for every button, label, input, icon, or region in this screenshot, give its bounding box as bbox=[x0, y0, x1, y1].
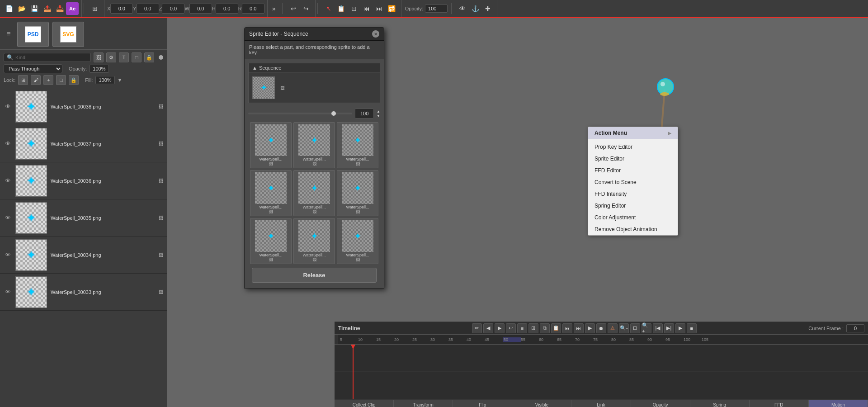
tl-edit-btn[interactable]: ✏ bbox=[472, 323, 482, 333]
slider-knob[interactable] bbox=[331, 111, 336, 116]
link-btn[interactable]: Link bbox=[571, 400, 631, 407]
cursor-icon[interactable]: ↖ bbox=[322, 2, 335, 15]
tl-stop-btn[interactable]: ■ bbox=[687, 323, 697, 333]
context-menu-item-ffd[interactable]: FFD Editor bbox=[588, 165, 678, 176]
playback-next-icon[interactable]: ⏭ bbox=[373, 2, 386, 15]
transform-btn[interactable]: Transform bbox=[394, 400, 453, 407]
layer-visibility-toggle[interactable]: 👁 bbox=[4, 214, 12, 222]
context-menu-item-prop-key[interactable]: Prop Key Editor bbox=[588, 141, 678, 153]
ffd-btn[interactable]: FFD bbox=[750, 400, 809, 407]
layer-item[interactable]: 👁 ✦ WaterSpell_00035.png 🖼 bbox=[0, 199, 167, 237]
layer-item[interactable]: 👁 ✦ WaterSpell_00034.png 🖼 bbox=[0, 237, 167, 274]
panel-icon-btn-3[interactable]: T bbox=[119, 52, 129, 62]
layer-visibility-toggle[interactable]: 👁 bbox=[4, 103, 12, 111]
context-menu-item-sprite[interactable]: Sprite Editor bbox=[588, 153, 678, 165]
context-menu-item-spring[interactable]: Spring Editor bbox=[588, 200, 678, 212]
tl-frame-fwd[interactable]: ▶| bbox=[664, 323, 674, 333]
sprite-cell[interactable]: ✦ WaterSpell... 🖼 bbox=[337, 122, 378, 168]
sprite-cell[interactable]: ✦ WaterSpell... 🖼 bbox=[293, 122, 335, 168]
tl-play2-btn[interactable]: ▶ bbox=[675, 323, 685, 333]
layer-visibility-toggle[interactable]: 👁 bbox=[4, 177, 12, 185]
flip-btn[interactable]: Flip bbox=[453, 400, 512, 407]
open-file-icon[interactable]: 📂 bbox=[15, 2, 28, 15]
context-menu-item-remove-anim[interactable]: Remove Object Animation bbox=[588, 223, 678, 235]
more-tools-icon[interactable]: » bbox=[268, 2, 280, 15]
lock-transform-btn[interactable]: + bbox=[43, 75, 53, 85]
tl-back-btn[interactable]: ↩ bbox=[506, 323, 516, 333]
panel-icon-btn-4[interactable]: □ bbox=[132, 52, 142, 62]
release-button[interactable]: Release bbox=[252, 268, 377, 283]
tl-paste-btn[interactable]: 📋 bbox=[551, 323, 561, 333]
undo-icon[interactable]: ↩ bbox=[287, 2, 300, 15]
export-icon[interactable]: 📤 bbox=[41, 2, 53, 15]
collapse-icon[interactable]: ▲ bbox=[252, 65, 257, 71]
anchor-icon[interactable]: ⚓ bbox=[469, 2, 481, 15]
save-icon[interactable]: 💾 bbox=[28, 2, 41, 15]
dialog-close-button[interactable]: ✕ bbox=[372, 30, 379, 38]
sprite-cell[interactable]: ✦ WaterSpell... 🖼 bbox=[250, 122, 292, 168]
playhead[interactable] bbox=[353, 345, 354, 399]
tl-list-btn[interactable]: ≡ bbox=[517, 323, 527, 333]
panel-icon-btn-2[interactable]: ⚙ bbox=[106, 52, 116, 62]
tl-zoom-in-btn[interactable]: 🔍+ bbox=[642, 323, 651, 333]
sprite-cell[interactable]: ✦ WaterSpell... 🖼 bbox=[293, 218, 335, 264]
copy-icon[interactable]: 📋 bbox=[335, 2, 348, 15]
psd-icon-box[interactable]: PSD bbox=[17, 22, 49, 47]
blend-mode-select[interactable]: Pass Through bbox=[4, 64, 62, 73]
tl-zoom-reset-btn[interactable]: ⊡ bbox=[630, 323, 640, 333]
layer-item[interactable]: 👁 ✦ WaterSpell_00038.png 🖼 bbox=[0, 88, 167, 125]
x-input[interactable] bbox=[110, 4, 133, 14]
lock-brush-btn[interactable]: 🖌 bbox=[31, 75, 41, 85]
tl-error-btn[interactable]: ⚠ bbox=[608, 323, 618, 333]
import-icon[interactable]: 📥 bbox=[53, 2, 66, 15]
slider-up[interactable]: ▲ bbox=[377, 109, 380, 114]
h-input[interactable] bbox=[216, 4, 238, 14]
loop-icon[interactable]: 🔁 bbox=[386, 2, 398, 15]
panel-menu-icon[interactable]: ≡ bbox=[4, 29, 14, 39]
layer-visibility-toggle[interactable]: 👁 bbox=[4, 288, 12, 296]
opacity-value[interactable]: 100% bbox=[90, 65, 108, 73]
tl-next-btn[interactable]: ▶ bbox=[495, 323, 505, 333]
tl-play-btn[interactable]: ▶ bbox=[585, 323, 595, 333]
layer-item[interactable]: 👁 ✦ WaterSpell_00037.png 🖼 bbox=[0, 125, 167, 162]
visible-btn[interactable]: Visible bbox=[512, 400, 571, 407]
context-menu-item-color[interactable]: Color Adjustment bbox=[588, 212, 678, 223]
transform-icon[interactable]: ⊡ bbox=[348, 2, 360, 15]
panel-icon-btn-1[interactable]: 🖼 bbox=[94, 52, 104, 62]
collect-clip-btn[interactable]: Collect Clip bbox=[335, 400, 394, 407]
redo-icon[interactable]: ↪ bbox=[300, 2, 312, 15]
r-input[interactable] bbox=[242, 4, 264, 14]
new-file-icon[interactable]: 📄 bbox=[3, 2, 15, 15]
ae-icon[interactable]: Ae bbox=[66, 2, 79, 15]
layer-visibility-toggle[interactable]: 👁 bbox=[4, 140, 12, 148]
lock-all-btn[interactable]: 🔒 bbox=[69, 75, 79, 85]
tl-move-next[interactable]: ⏭ bbox=[574, 323, 584, 333]
grid-icon[interactable]: ⊞ bbox=[89, 2, 101, 15]
sprite-cell[interactable]: ✦ WaterSpell... 🖼 bbox=[337, 218, 378, 264]
slider-track[interactable] bbox=[248, 113, 352, 114]
context-menu-item-ffd-intensity[interactable]: FFD Intensity bbox=[588, 188, 678, 200]
sprite-cell[interactable]: ✦ WaterSpell... 🖼 bbox=[250, 218, 292, 264]
layer-visibility-toggle[interactable]: 👁 bbox=[4, 251, 12, 259]
search-box[interactable]: 🔍 bbox=[4, 53, 91, 62]
context-menu-item-action-menu[interactable]: Action Menu ▶ bbox=[588, 127, 678, 139]
tl-frame-back[interactable]: |◀ bbox=[653, 323, 663, 333]
layer-item[interactable]: 👁 ✦ WaterSpell_00036.png 🖼 bbox=[0, 162, 167, 199]
slider-stepper[interactable]: ▲ ▼ bbox=[377, 109, 380, 118]
context-menu-item-convert[interactable]: Convert to Scene bbox=[588, 176, 678, 188]
track-area[interactable] bbox=[335, 345, 868, 399]
z-input[interactable] bbox=[162, 4, 184, 14]
svg-icon-box[interactable]: SVG bbox=[52, 22, 84, 47]
w-input[interactable] bbox=[189, 4, 212, 14]
lock-artboard-btn[interactable]: □ bbox=[56, 75, 66, 85]
layer-item[interactable]: 👁 ✦ WaterSpell_00033.png 🖼 bbox=[0, 274, 167, 311]
opacity-input[interactable] bbox=[425, 5, 448, 13]
y-input[interactable] bbox=[137, 4, 159, 14]
current-frame-input[interactable] bbox=[846, 324, 864, 332]
tl-record-btn[interactable]: ⏺ bbox=[596, 323, 606, 333]
spring-btn[interactable]: Spring bbox=[690, 400, 750, 407]
motion-btn[interactable]: Motion bbox=[809, 400, 868, 407]
tl-copy-btn[interactable]: ⧉ bbox=[540, 323, 550, 333]
tl-zoom-out-btn[interactable]: 🔍- bbox=[619, 323, 629, 333]
playback-prev-icon[interactable]: ⏮ bbox=[360, 2, 373, 15]
